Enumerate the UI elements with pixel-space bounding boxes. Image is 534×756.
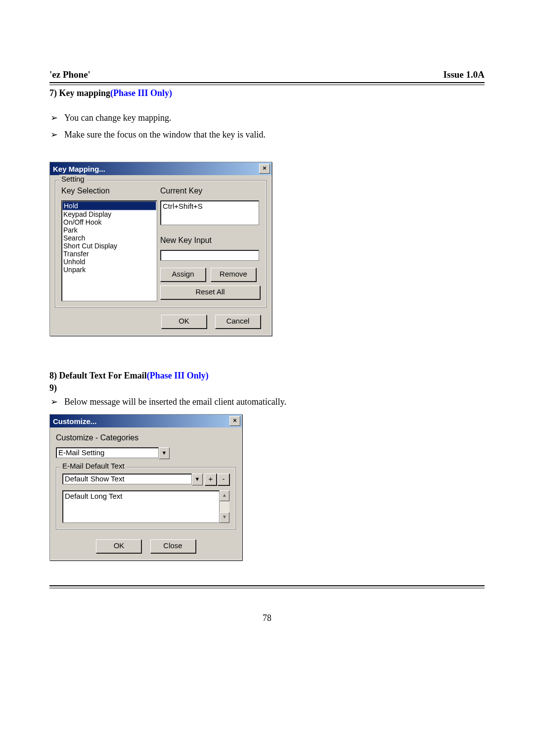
new-key-label: New Key Input	[160, 236, 260, 245]
section8-bullets: Below message will be inserted the email…	[49, 396, 485, 407]
list-item[interactable]: Short Cut Display	[62, 242, 156, 250]
scroll-track[interactable]	[220, 501, 229, 512]
section8-heading: 8) Default Text For Email(Phase III Only…	[49, 371, 485, 381]
rule-bottom	[49, 585, 485, 588]
email-default-text-groupbox: E-Mail Default Text Default Show Text ▼ …	[56, 467, 236, 529]
new-key-input[interactable]	[160, 250, 259, 261]
cancel-button[interactable]: Cancel	[215, 315, 261, 329]
remove-button[interactable]: Remove	[211, 268, 256, 282]
close-icon[interactable]: ×	[259, 164, 270, 174]
page-number: 78	[49, 613, 485, 623]
dialog-title: Key Mapping...	[53, 165, 105, 173]
categories-label: Customize - Categories	[56, 433, 236, 442]
chevron-down-icon[interactable]: ▼	[159, 447, 170, 459]
list-item[interactable]: Unpark	[62, 266, 156, 274]
default-show-value[interactable]: Default Show Text	[62, 473, 192, 484]
key-selection-listbox[interactable]: Hold Keypad Display On/Off Hook Park Sea…	[61, 200, 157, 301]
header-left: 'ez Phone'	[49, 69, 90, 80]
current-key-field[interactable]: Ctrl+Shift+S	[160, 200, 259, 225]
default-show-dropdown[interactable]: Default Show Text ▼	[62, 473, 203, 485]
scroll-down-icon[interactable]: ▼	[220, 512, 229, 523]
section9-heading: 9)	[49, 383, 485, 393]
scrollbar[interactable]: ▲ ▼	[220, 490, 229, 523]
ok-button[interactable]: OK	[161, 315, 207, 329]
key-selection-label: Key Selection	[61, 187, 160, 195]
dialog-titlebar: Customize... ×	[50, 415, 242, 427]
section7-bullets: You can change key mapping. Make sure th…	[49, 112, 485, 140]
list-item[interactable]: Unhold	[62, 258, 156, 266]
customize-dialog: Customize... × Customize - Categories E-…	[49, 414, 242, 561]
chevron-down-icon[interactable]: ▼	[192, 473, 203, 485]
group-legend: E-Mail Default Text	[60, 462, 127, 470]
plus-button[interactable]: +	[205, 473, 217, 485]
dialog-titlebar: Key Mapping... ×	[50, 162, 271, 175]
header-right: Issue 1.0A	[444, 69, 485, 80]
ok-button[interactable]: OK	[96, 539, 141, 553]
categories-dropdown[interactable]: E-Mail Setting ▼	[56, 447, 170, 459]
section7-heading: 7) Key mapping(Phase III Only)	[49, 88, 485, 98]
bullet: Below message will be inserted the email…	[64, 396, 485, 407]
setting-groupbox: Setting Key Selection Hold Keypad Displa…	[55, 180, 267, 308]
list-item[interactable]: Transfer	[62, 250, 156, 258]
assign-button[interactable]: Assign	[160, 268, 206, 282]
key-mapping-dialog: Key Mapping... × Setting Key Selection H…	[49, 162, 272, 336]
close-button[interactable]: Close	[150, 539, 196, 553]
dialog-title: Customize...	[53, 417, 96, 425]
list-item[interactable]: On/Off Hook	[62, 218, 156, 226]
list-item[interactable]: Keypad Display	[62, 210, 156, 218]
list-item[interactable]: Park	[62, 226, 156, 234]
close-icon[interactable]: ×	[229, 416, 240, 426]
group-legend: Setting	[59, 175, 87, 183]
list-item[interactable]: Search	[62, 234, 156, 242]
default-long-text-area[interactable]: Default Long Text ▲ ▼	[62, 490, 229, 523]
scroll-up-icon[interactable]: ▲	[220, 490, 229, 501]
minus-button[interactable]: -	[218, 473, 229, 485]
bullet: Make sure the focus on the window that t…	[64, 129, 485, 140]
default-long-text-value[interactable]: Default Long Text	[62, 490, 220, 523]
current-key-label: Current Key	[160, 187, 260, 195]
categories-value[interactable]: E-Mail Setting	[56, 447, 159, 458]
list-item[interactable]: Hold	[62, 201, 156, 210]
reset-all-button[interactable]: Reset All	[160, 285, 260, 299]
rule-top	[49, 82, 485, 85]
bullet: You can change key mapping.	[64, 112, 485, 123]
